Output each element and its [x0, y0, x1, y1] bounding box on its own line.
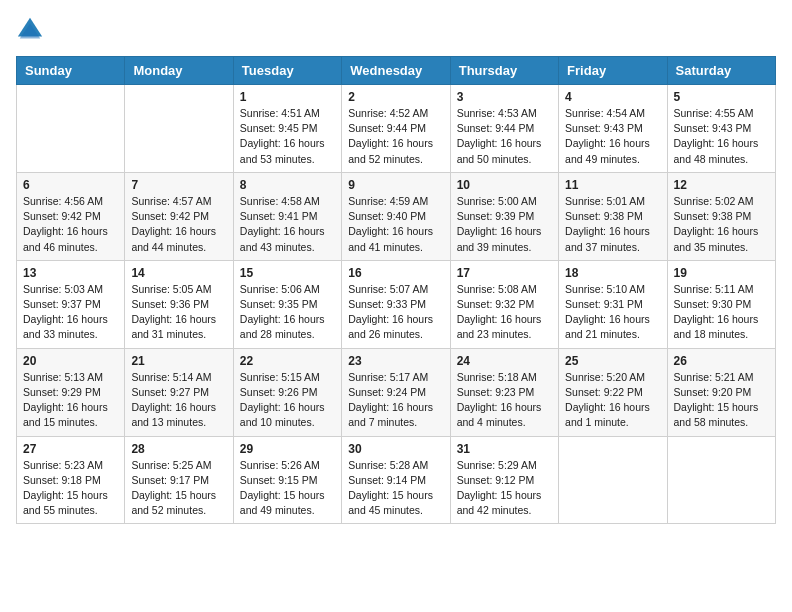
day-info: Sunrise: 5:15 AM Sunset: 9:26 PM Dayligh…	[240, 370, 335, 431]
calendar-header-friday: Friday	[559, 57, 667, 85]
day-number: 13	[23, 266, 118, 280]
calendar-cell: 29Sunrise: 5:26 AM Sunset: 9:15 PM Dayli…	[233, 436, 341, 524]
day-info: Sunrise: 5:28 AM Sunset: 9:14 PM Dayligh…	[348, 458, 443, 519]
day-number: 27	[23, 442, 118, 456]
calendar-cell: 3Sunrise: 4:53 AM Sunset: 9:44 PM Daylig…	[450, 85, 558, 173]
calendar-header-saturday: Saturday	[667, 57, 775, 85]
calendar-cell: 9Sunrise: 4:59 AM Sunset: 9:40 PM Daylig…	[342, 172, 450, 260]
day-info: Sunrise: 5:14 AM Sunset: 9:27 PM Dayligh…	[131, 370, 226, 431]
day-info: Sunrise: 5:23 AM Sunset: 9:18 PM Dayligh…	[23, 458, 118, 519]
day-info: Sunrise: 5:06 AM Sunset: 9:35 PM Dayligh…	[240, 282, 335, 343]
day-info: Sunrise: 5:08 AM Sunset: 9:32 PM Dayligh…	[457, 282, 552, 343]
calendar-cell: 17Sunrise: 5:08 AM Sunset: 9:32 PM Dayli…	[450, 260, 558, 348]
calendar-week-row: 1Sunrise: 4:51 AM Sunset: 9:45 PM Daylig…	[17, 85, 776, 173]
day-info: Sunrise: 4:54 AM Sunset: 9:43 PM Dayligh…	[565, 106, 660, 167]
calendar-cell: 12Sunrise: 5:02 AM Sunset: 9:38 PM Dayli…	[667, 172, 775, 260]
day-info: Sunrise: 4:58 AM Sunset: 9:41 PM Dayligh…	[240, 194, 335, 255]
day-info: Sunrise: 4:55 AM Sunset: 9:43 PM Dayligh…	[674, 106, 769, 167]
day-number: 9	[348, 178, 443, 192]
calendar-header-monday: Monday	[125, 57, 233, 85]
day-number: 11	[565, 178, 660, 192]
day-number: 2	[348, 90, 443, 104]
calendar-header-tuesday: Tuesday	[233, 57, 341, 85]
day-number: 15	[240, 266, 335, 280]
calendar-cell: 16Sunrise: 5:07 AM Sunset: 9:33 PM Dayli…	[342, 260, 450, 348]
day-number: 14	[131, 266, 226, 280]
day-info: Sunrise: 5:11 AM Sunset: 9:30 PM Dayligh…	[674, 282, 769, 343]
day-info: Sunrise: 4:57 AM Sunset: 9:42 PM Dayligh…	[131, 194, 226, 255]
day-number: 12	[674, 178, 769, 192]
calendar-cell: 28Sunrise: 5:25 AM Sunset: 9:17 PM Dayli…	[125, 436, 233, 524]
day-info: Sunrise: 5:01 AM Sunset: 9:38 PM Dayligh…	[565, 194, 660, 255]
day-info: Sunrise: 4:51 AM Sunset: 9:45 PM Dayligh…	[240, 106, 335, 167]
day-number: 23	[348, 354, 443, 368]
calendar-header-thursday: Thursday	[450, 57, 558, 85]
day-number: 26	[674, 354, 769, 368]
day-number: 24	[457, 354, 552, 368]
calendar-cell: 24Sunrise: 5:18 AM Sunset: 9:23 PM Dayli…	[450, 348, 558, 436]
day-number: 18	[565, 266, 660, 280]
calendar-week-row: 13Sunrise: 5:03 AM Sunset: 9:37 PM Dayli…	[17, 260, 776, 348]
day-number: 25	[565, 354, 660, 368]
day-number: 5	[674, 90, 769, 104]
calendar-cell: 6Sunrise: 4:56 AM Sunset: 9:42 PM Daylig…	[17, 172, 125, 260]
calendar-cell	[559, 436, 667, 524]
calendar-cell	[667, 436, 775, 524]
day-info: Sunrise: 5:00 AM Sunset: 9:39 PM Dayligh…	[457, 194, 552, 255]
calendar-cell: 18Sunrise: 5:10 AM Sunset: 9:31 PM Dayli…	[559, 260, 667, 348]
calendar-cell: 20Sunrise: 5:13 AM Sunset: 9:29 PM Dayli…	[17, 348, 125, 436]
day-number: 8	[240, 178, 335, 192]
day-info: Sunrise: 5:20 AM Sunset: 9:22 PM Dayligh…	[565, 370, 660, 431]
day-number: 6	[23, 178, 118, 192]
calendar-cell	[125, 85, 233, 173]
calendar-cell: 15Sunrise: 5:06 AM Sunset: 9:35 PM Dayli…	[233, 260, 341, 348]
day-number: 30	[348, 442, 443, 456]
logo-icon	[16, 16, 44, 44]
day-number: 10	[457, 178, 552, 192]
logo	[16, 16, 48, 44]
day-number: 3	[457, 90, 552, 104]
calendar-cell: 2Sunrise: 4:52 AM Sunset: 9:44 PM Daylig…	[342, 85, 450, 173]
day-number: 29	[240, 442, 335, 456]
calendar-cell: 26Sunrise: 5:21 AM Sunset: 9:20 PM Dayli…	[667, 348, 775, 436]
calendar-cell: 14Sunrise: 5:05 AM Sunset: 9:36 PM Dayli…	[125, 260, 233, 348]
day-number: 7	[131, 178, 226, 192]
calendar-cell: 11Sunrise: 5:01 AM Sunset: 9:38 PM Dayli…	[559, 172, 667, 260]
calendar-cell: 25Sunrise: 5:20 AM Sunset: 9:22 PM Dayli…	[559, 348, 667, 436]
calendar-cell: 8Sunrise: 4:58 AM Sunset: 9:41 PM Daylig…	[233, 172, 341, 260]
calendar-cell: 10Sunrise: 5:00 AM Sunset: 9:39 PM Dayli…	[450, 172, 558, 260]
day-info: Sunrise: 5:05 AM Sunset: 9:36 PM Dayligh…	[131, 282, 226, 343]
day-info: Sunrise: 5:21 AM Sunset: 9:20 PM Dayligh…	[674, 370, 769, 431]
calendar-cell	[17, 85, 125, 173]
day-info: Sunrise: 4:52 AM Sunset: 9:44 PM Dayligh…	[348, 106, 443, 167]
calendar-cell: 19Sunrise: 5:11 AM Sunset: 9:30 PM Dayli…	[667, 260, 775, 348]
day-number: 28	[131, 442, 226, 456]
calendar-header-sunday: Sunday	[17, 57, 125, 85]
page-header	[16, 16, 776, 44]
day-number: 17	[457, 266, 552, 280]
day-info: Sunrise: 5:18 AM Sunset: 9:23 PM Dayligh…	[457, 370, 552, 431]
day-number: 31	[457, 442, 552, 456]
calendar-week-row: 6Sunrise: 4:56 AM Sunset: 9:42 PM Daylig…	[17, 172, 776, 260]
calendar-cell: 7Sunrise: 4:57 AM Sunset: 9:42 PM Daylig…	[125, 172, 233, 260]
day-info: Sunrise: 5:26 AM Sunset: 9:15 PM Dayligh…	[240, 458, 335, 519]
calendar-cell: 21Sunrise: 5:14 AM Sunset: 9:27 PM Dayli…	[125, 348, 233, 436]
day-info: Sunrise: 5:17 AM Sunset: 9:24 PM Dayligh…	[348, 370, 443, 431]
calendar-header-row: SundayMondayTuesdayWednesdayThursdayFrid…	[17, 57, 776, 85]
calendar-week-row: 20Sunrise: 5:13 AM Sunset: 9:29 PM Dayli…	[17, 348, 776, 436]
calendar-cell: 5Sunrise: 4:55 AM Sunset: 9:43 PM Daylig…	[667, 85, 775, 173]
day-number: 16	[348, 266, 443, 280]
calendar-cell: 4Sunrise: 4:54 AM Sunset: 9:43 PM Daylig…	[559, 85, 667, 173]
day-number: 21	[131, 354, 226, 368]
day-info: Sunrise: 4:59 AM Sunset: 9:40 PM Dayligh…	[348, 194, 443, 255]
day-number: 1	[240, 90, 335, 104]
calendar-cell: 22Sunrise: 5:15 AM Sunset: 9:26 PM Dayli…	[233, 348, 341, 436]
calendar-cell: 27Sunrise: 5:23 AM Sunset: 9:18 PM Dayli…	[17, 436, 125, 524]
day-info: Sunrise: 5:25 AM Sunset: 9:17 PM Dayligh…	[131, 458, 226, 519]
calendar-table: SundayMondayTuesdayWednesdayThursdayFrid…	[16, 56, 776, 524]
day-number: 20	[23, 354, 118, 368]
day-info: Sunrise: 5:02 AM Sunset: 9:38 PM Dayligh…	[674, 194, 769, 255]
calendar-header-wednesday: Wednesday	[342, 57, 450, 85]
calendar-cell: 13Sunrise: 5:03 AM Sunset: 9:37 PM Dayli…	[17, 260, 125, 348]
day-number: 4	[565, 90, 660, 104]
